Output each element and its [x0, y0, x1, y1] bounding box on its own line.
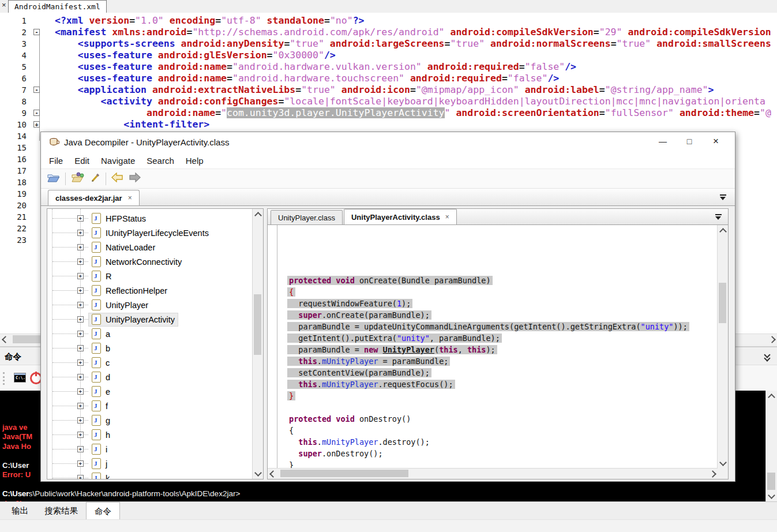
forward-icon[interactable]: [129, 173, 141, 185]
tree-item[interactable]: HFPStatus: [47, 211, 253, 226]
code-horizontal-scrollbar[interactable]: [268, 468, 718, 479]
close-tab-icon[interactable]: ×: [445, 213, 449, 221]
console-scrollbar[interactable]: [765, 391, 777, 501]
fold-marker-icon[interactable]: -: [33, 87, 40, 93]
expand-icon[interactable]: [77, 446, 84, 452]
expand-icon[interactable]: [77, 374, 84, 380]
class-tree-panel[interactable]: HFPStatus IUnityPlayerLifecycleEvents: [47, 208, 264, 479]
scrollbar-thumb[interactable]: [280, 470, 408, 477]
tree-item[interactable]: NetworkConnectivity: [47, 254, 253, 269]
expand-icon[interactable]: [77, 215, 84, 222]
bottom-tab[interactable]: 命令: [86, 502, 120, 520]
tree-item[interactable]: b: [47, 341, 253, 355]
menu-item[interactable]: File: [43, 153, 69, 168]
tree-scrollbar[interactable]: [252, 209, 263, 479]
expand-icon[interactable]: [77, 345, 84, 351]
code-tab[interactable]: UnityPlayerActivity.class ×: [344, 209, 457, 224]
scrollbar-thumb[interactable]: [719, 283, 726, 323]
tree-item[interactable]: IUnityPlayerLifecycleEvents: [47, 226, 253, 240]
expand-icon[interactable]: [77, 331, 84, 337]
java-class-icon: [92, 343, 101, 354]
collapse-panel-icon[interactable]: [763, 353, 771, 362]
tree-item[interactable]: e: [47, 384, 253, 399]
expand-icon[interactable]: [77, 388, 84, 395]
tree-item[interactable]: h: [47, 428, 253, 442]
bottom-tab[interactable]: 搜索结果: [36, 502, 86, 520]
scroll-right-icon[interactable]: [767, 334, 777, 344]
tree-item[interactable]: UnityPlayerActivity: [47, 312, 253, 327]
tree-item[interactable]: ReflectionHelper: [47, 283, 253, 298]
scroll-left-icon[interactable]: [0, 334, 10, 344]
scroll-up-icon[interactable]: [766, 392, 776, 402]
scrollbar-thumb[interactable]: [254, 294, 261, 355]
terminal-icon[interactable]: [14, 373, 26, 383]
bottom-tab[interactable]: 输出: [3, 502, 36, 520]
expand-icon[interactable]: [77, 273, 84, 279]
fold-marker-icon[interactable]: +: [33, 121, 40, 128]
expand-icon[interactable]: [77, 316, 84, 323]
fold-marker-icon[interactable]: -: [33, 29, 40, 35]
tree-item[interactable]: a: [47, 327, 253, 341]
expand-icon[interactable]: [77, 302, 84, 308]
scroll-down-icon[interactable]: [718, 457, 728, 467]
menu-item[interactable]: Edit: [69, 153, 95, 168]
tree-item[interactable]: i: [47, 442, 253, 456]
window-titlebar[interactable]: Java Decompiler - UnityPlayerActivity.cl…: [41, 132, 735, 153]
line-number: 9: [0, 107, 30, 119]
expand-icon[interactable]: [77, 432, 84, 438]
tab-list-dropdown-icon[interactable]: [719, 194, 727, 201]
xml-line-code: <uses-feature android:glEsVersion="0x300…: [44, 50, 336, 61]
expand-icon[interactable]: [77, 258, 84, 265]
open-type-icon[interactable]: [71, 172, 85, 185]
close-button[interactable]: ×: [703, 132, 729, 152]
scroll-up-icon[interactable]: [718, 226, 728, 237]
scroll-down-icon[interactable]: [766, 490, 776, 500]
tree-item[interactable]: NativeLoader: [47, 240, 253, 254]
menu-item[interactable]: Navigate: [95, 153, 141, 168]
tree-item[interactable]: c: [47, 355, 253, 370]
close-tab-icon[interactable]: ×: [128, 194, 132, 202]
tree-item[interactable]: f: [47, 399, 253, 413]
tab-list-dropdown-icon[interactable]: [715, 214, 722, 220]
open-file-icon[interactable]: [47, 172, 60, 185]
pen-icon[interactable]: [90, 173, 100, 185]
expand-icon[interactable]: [77, 244, 84, 250]
expand-icon[interactable]: [77, 460, 84, 467]
line-number: 7: [0, 84, 30, 96]
tree-item[interactable]: UnityPlayer: [47, 298, 253, 312]
tree-item[interactable]: k: [47, 471, 253, 479]
maximize-button[interactable]: □: [676, 132, 703, 152]
menu-item[interactable]: Search: [141, 153, 180, 168]
expand-icon[interactable]: [77, 403, 84, 409]
java-code-line: requestWindowFeature(1);: [287, 298, 718, 309]
java-source-view[interactable]: protected void onCreate(Bundle paramBund…: [268, 225, 718, 469]
expand-icon[interactable]: [77, 230, 84, 236]
scroll-down-icon[interactable]: [253, 467, 263, 478]
expand-icon[interactable]: [77, 359, 84, 366]
tree-item[interactable]: j: [47, 456, 253, 471]
fold-marker-icon[interactable]: -: [33, 110, 40, 116]
menu-item[interactable]: Help: [180, 153, 209, 168]
code-panel[interactable]: UnityPlayer.class UnityPlayerActivity.cl…: [267, 208, 729, 479]
scroll-right-icon[interactable]: [707, 469, 718, 479]
xml-line-code: <manifest xmlns:android="http://schemas.…: [44, 27, 771, 38]
scroll-left-icon[interactable]: [268, 469, 278, 479]
jd-gui-window[interactable]: Java Decompiler - UnityPlayerActivity.cl…: [40, 132, 735, 482]
expand-icon[interactable]: [77, 417, 84, 424]
tree-item[interactable]: d: [47, 370, 253, 384]
tab-classes-dex2jar[interactable]: classes-dex2jar.jar ×: [48, 190, 140, 205]
minimize-button[interactable]: —: [650, 132, 676, 152]
close-document-icon[interactable]: ×: [2, 1, 6, 9]
tree-item[interactable]: R: [47, 269, 253, 283]
code-vertical-scrollbar[interactable]: [717, 225, 728, 469]
expand-icon[interactable]: [77, 475, 84, 479]
console-prompt: C:\Users\Public\work\Hacker\android-plat…: [2, 489, 240, 499]
scrollbar-thumb[interactable]: [767, 473, 775, 490]
back-icon[interactable]: [111, 173, 123, 185]
expand-icon[interactable]: [77, 287, 84, 294]
scroll-up-icon[interactable]: [253, 210, 263, 220]
tree-item[interactable]: g: [47, 413, 253, 428]
toolbar-grip[interactable]: [3, 372, 6, 385]
code-tab[interactable]: UnityPlayer.class: [271, 210, 343, 224]
tab-androidmanifest[interactable]: AndroidManifest.xml: [8, 0, 107, 14]
